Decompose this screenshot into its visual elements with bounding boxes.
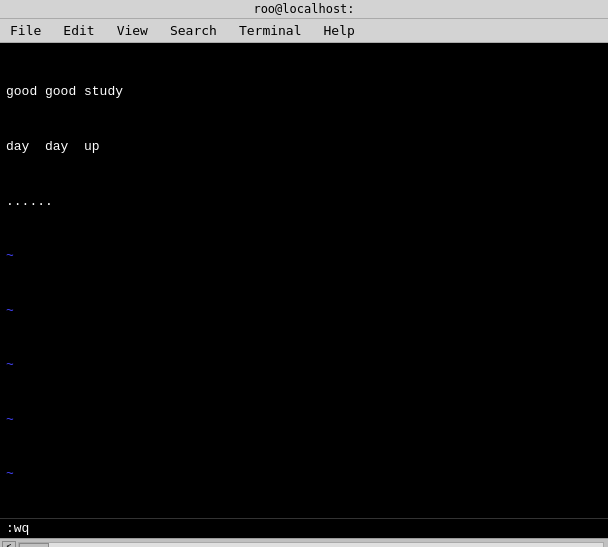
menu-view[interactable]: View xyxy=(111,21,154,40)
tilde-4: ~ xyxy=(6,247,602,265)
title-text: roo@localhost: xyxy=(253,2,354,16)
tilde-6: ~ xyxy=(6,356,602,374)
tilde-5: ~ xyxy=(6,302,602,320)
tilde-7: ~ xyxy=(6,411,602,429)
menu-help[interactable]: Help xyxy=(318,21,361,40)
line-2: day day up xyxy=(6,138,602,156)
menu-bar: File Edit View Search Terminal Help xyxy=(0,19,608,43)
scroll-left-button[interactable]: < xyxy=(2,541,16,548)
scroll-thumb[interactable] xyxy=(19,543,49,548)
menu-terminal[interactable]: Terminal xyxy=(233,21,308,40)
terminal-area: good good study day day up ...... ~ ~ ~ … xyxy=(0,43,608,518)
title-bar: roo@localhost: xyxy=(0,0,608,19)
status-text: :wq xyxy=(6,521,29,536)
terminal-content: good good study day day up ...... ~ ~ ~ … xyxy=(6,47,602,518)
status-bar: :wq xyxy=(0,518,608,538)
line-3: ...... xyxy=(6,193,602,211)
horizontal-scrollbar[interactable]: < xyxy=(0,538,608,547)
scroll-track[interactable] xyxy=(18,542,604,548)
menu-edit[interactable]: Edit xyxy=(57,21,100,40)
menu-file[interactable]: File xyxy=(4,21,47,40)
tilde-8: ~ xyxy=(6,465,602,483)
line-1: good good study xyxy=(6,83,602,101)
menu-search[interactable]: Search xyxy=(164,21,223,40)
